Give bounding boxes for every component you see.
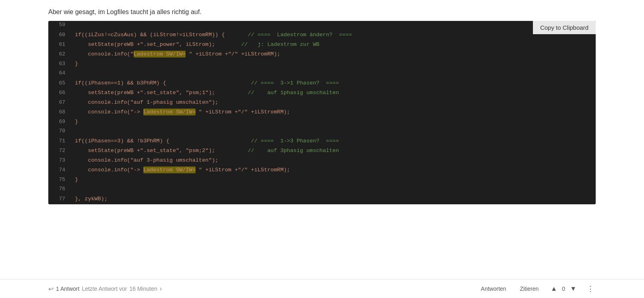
- vote-up-button[interactable]: ▲: [549, 284, 559, 293]
- code-container: Copy to Clipboard 59 60 if((iLZus!=cZusA…: [48, 21, 596, 204]
- table-row: 68 console.info("-> Ladestrom SW/IW= " +…: [48, 108, 596, 117]
- intro-paragraph: Aber wie gesagt, im Logfiles taucht ja a…: [48, 8, 202, 15]
- intro-text: Aber wie gesagt, im Logfiles taucht ja a…: [0, 0, 644, 21]
- line-content: setState(preWB +".set_state", "psm;1"); …: [70, 88, 596, 97]
- table-row: 64: [48, 69, 596, 79]
- line-content: }: [70, 117, 596, 126]
- table-row: 72 setState(preWB +".set_state", "psm;2"…: [48, 146, 596, 156]
- table-row: 73 console.info("auf 3-phasig umschalten…: [48, 156, 596, 166]
- vote-down-button[interactable]: ▼: [568, 284, 578, 293]
- table-row: 62 console.info("Ladestrom SW/IW= " +iLS…: [48, 50, 596, 60]
- copy-to-clipboard-button[interactable]: Copy to Clipboard: [533, 21, 596, 34]
- highlight-ladestrom-1: Ladestrom SW/IW=: [134, 51, 186, 58]
- table-row: 60 if((iLZus!=cZusAus) && (iLStrom!=iLSt…: [48, 31, 596, 40]
- comment: // ==== 1->3 Phasen? ====: [251, 138, 339, 144]
- table-row: 70: [48, 127, 596, 137]
- code-block: 59 60 if((iLZus!=cZusAus) && (iLStrom!=i…: [48, 21, 596, 204]
- table-row: 65 if((iPhasen==1) && b3PhRM) { // ==== …: [48, 79, 596, 88]
- reply-count-link[interactable]: 1 Antwort: [56, 286, 79, 292]
- table-row: 69 }: [48, 117, 596, 127]
- comment: // auf 3phasig umschalten: [248, 148, 339, 154]
- line-content: }, zykWB);: [70, 195, 596, 203]
- line-number: 64: [48, 69, 70, 78]
- line-content: setState(preWB +".set_state", "psm;2"); …: [70, 146, 596, 155]
- comment: // j: Ladestrom zur WB: [241, 41, 319, 47]
- table-row: 76: [48, 185, 596, 195]
- last-reply-time: 16 Minuten: [129, 286, 157, 292]
- line-number: 75: [48, 176, 70, 184]
- table-row: 63 }: [48, 60, 596, 69]
- quote-button[interactable]: Zitieren: [517, 284, 542, 294]
- comment: // ==== 3->1 Phasen? ====: [251, 80, 339, 86]
- line-number: 73: [48, 156, 70, 165]
- comment: // ==== Ladestrom ändern? ====: [248, 32, 352, 38]
- highlight-ladestrom-2: Ladestrom SW/IW=: [143, 109, 196, 115]
- line-content: console.info("Ladestrom SW/IW= " +iLStro…: [70, 50, 596, 59]
- more-options-button[interactable]: ⋮: [585, 284, 596, 294]
- line-number: 65: [48, 79, 70, 88]
- line-content: console.info("auf 1-phasig umschalten");: [70, 98, 596, 107]
- line-content: console.info("-> Ladestrom SW/IW= " +iLS…: [70, 108, 596, 117]
- page-wrapper: Aber wie gesagt, im Logfiles taucht ja a…: [0, 0, 644, 298]
- line-number: 63: [48, 60, 70, 68]
- line-content: }: [70, 175, 596, 184]
- table-row: 66 setState(preWB +".set_state", "psm;1"…: [48, 88, 596, 98]
- line-number: 60: [48, 31, 70, 39]
- line-content: console.info("auf 3-phasig umschalten");: [70, 156, 596, 165]
- line-content: }: [70, 60, 596, 68]
- comment: // auf 1phasig umschalten: [248, 90, 339, 96]
- vote-section: ▲ 0 ▼: [549, 284, 578, 293]
- line-content: console.info("-> Ladestrom SW/IW= " +iLS…: [70, 166, 596, 175]
- line-number: 69: [48, 118, 70, 126]
- table-row: 71 if((iPhasen==3) && !b3PhRM) { // ====…: [48, 137, 596, 146]
- chevron-right-icon: ›: [160, 285, 162, 292]
- line-content: if((iPhasen==1) && b3PhRM) { // ==== 3->…: [70, 79, 596, 88]
- vote-count: 0: [561, 286, 566, 292]
- table-row: 74 console.info("-> Ladestrom SW/IW= " +…: [48, 166, 596, 175]
- line-content: if((iPhasen==3) && !b3PhRM) { // ==== 1-…: [70, 137, 596, 146]
- line-number: 68: [48, 108, 70, 117]
- table-row: 61 setState(preWB +".set_power", iLStrom…: [48, 40, 596, 50]
- line-number: 59: [48, 21, 70, 29]
- footer-left: ↩ 1 Antwort Letzte Antwort vor 16 Minute…: [48, 285, 478, 293]
- reply-icon: ↩: [48, 285, 54, 293]
- table-row: 75 }: [48, 175, 596, 185]
- table-row: 67 console.info("auf 1-phasig umschalten…: [48, 98, 596, 108]
- line-number: 72: [48, 147, 70, 155]
- highlight-ladestrom-3: Ladestrom SW/IW=: [143, 166, 196, 173]
- line-number: 61: [48, 41, 70, 49]
- line-number: 71: [48, 137, 70, 146]
- line-content: if((iLZus!=cZusAus) && (iLStrom!=iLStrom…: [70, 31, 596, 39]
- last-reply-prefix: Letzte Antwort vor: [82, 286, 127, 292]
- line-number: 66: [48, 89, 70, 97]
- line-number: 77: [48, 195, 70, 203]
- reply-button[interactable]: Antworten: [478, 284, 510, 294]
- table-row: 59: [48, 21, 596, 31]
- footer-bar: ↩ 1 Antwort Letzte Antwort vor 16 Minute…: [0, 279, 644, 298]
- line-number: 76: [48, 185, 70, 193]
- footer-right: Antworten Zitieren ▲ 0 ▼ ⋮: [478, 284, 596, 294]
- line-content: setState(preWB +".set_power", iLStrom); …: [70, 40, 596, 49]
- line-number: 70: [48, 127, 70, 136]
- line-number: 62: [48, 50, 70, 59]
- line-number: 67: [48, 99, 70, 107]
- line-number: 74: [48, 166, 70, 175]
- table-row: 77 }, zykWB);: [48, 195, 596, 204]
